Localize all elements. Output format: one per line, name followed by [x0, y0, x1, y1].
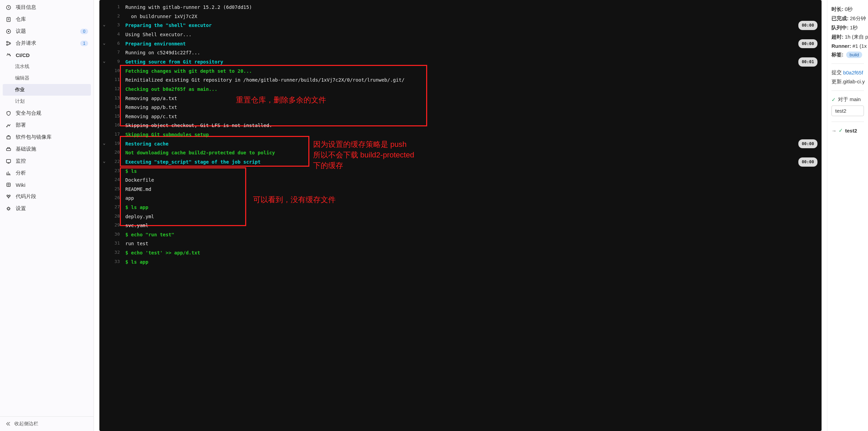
log-line: 24Dockerfile [99, 176, 822, 185]
pipeline-job-row[interactable]: →✓test2 [831, 127, 864, 134]
tags-row: 标签:build [831, 52, 864, 58]
log-text: $ ls [125, 167, 822, 176]
svg-rect-1 [7, 17, 10, 22]
line-number: 33 [109, 258, 120, 266]
section-duration: 00:00 [798, 39, 817, 48]
log-line: ⌄22Executing "step_script" stage of the … [99, 157, 822, 167]
nav-label: 安全与合规 [16, 110, 88, 116]
nav-icon [5, 16, 12, 23]
runner-row: Runner:#1 (1x [831, 43, 864, 49]
sidebar-item-1[interactable]: 仓库 [0, 13, 94, 25]
collapse-toggle[interactable]: ⌄ [99, 157, 109, 165]
log-text: Using Shell executor... [125, 30, 822, 39]
divider [831, 64, 864, 64]
line-number: 9 [109, 57, 120, 66]
line-number: 2 [109, 12, 120, 20]
sidebar-item-17[interactable]: 设置 [0, 203, 94, 214]
log-text: Removing app/a.txt [125, 94, 822, 103]
main-content: 重置仓库，删除多余的文件 因为设置的缓存策略是 push 所以不会下载 buil… [94, 0, 868, 431]
queued-row: 队列中:1秒 [831, 25, 864, 31]
collapse-toggle[interactable]: ⌄ [99, 21, 109, 29]
section-duration: 00:00 [798, 157, 817, 167]
log-line: 14Removing app/b.txt [99, 103, 822, 112]
log-line: 33$ ls app [99, 258, 822, 267]
nav-icon [5, 134, 12, 140]
sidebar-item-0[interactable]: 项目信息 [0, 1, 94, 13]
section-duration: 00:00 [798, 21, 817, 30]
nav-icon [5, 194, 12, 200]
sidebar-item-8[interactable]: 计划 [0, 96, 94, 107]
log-text: app [125, 194, 822, 203]
divider [831, 91, 864, 91]
sidebar-item-13[interactable]: 监控 [0, 155, 94, 167]
job-log[interactable]: 重置仓库，删除多余的文件 因为设置的缓存策略是 push 所以不会下载 buil… [99, 0, 822, 431]
sidebar-item-16[interactable]: 代码片段 [0, 191, 94, 203]
job-name-box[interactable]: test2 [831, 106, 864, 116]
nav-icon [5, 4, 12, 11]
log-text: Removing app/b.txt [125, 103, 822, 112]
line-number: 7 [109, 48, 120, 57]
sidebar-item-3[interactable]: 合并请求1 [0, 37, 94, 49]
sidebar-item-4[interactable]: CI/CD [0, 49, 94, 61]
nav-label: 编辑器 [15, 75, 88, 81]
log-text: $ echo "run test" [125, 230, 822, 239]
log-text: Not downloading cache build2-protected d… [125, 148, 822, 157]
log-line: 12Checking out b0a2f65f as main... [99, 85, 822, 94]
nav-label: 软件包与镜像库 [16, 134, 88, 140]
log-text: Preparing the "shell" executor [125, 21, 798, 30]
sidebar-item-14[interactable]: 分析 [0, 167, 94, 179]
sidebar-item-2[interactable]: 议题0 [0, 25, 94, 37]
collapse-sidebar-button[interactable]: 收起侧边栏 [0, 416, 94, 431]
line-number: 4 [109, 30, 120, 39]
sidebar-item-9[interactable]: 安全与合规 [0, 107, 94, 119]
line-number: 3 [109, 21, 120, 29]
collapse-toggle[interactable]: ⌄ [99, 57, 109, 65]
log-line: ⌄9Getting source from Git repository00:0… [99, 57, 822, 67]
line-number: 29 [109, 221, 120, 230]
nav-list: 项目信息仓库议题0合并请求1CI/CD流水线编辑器作业计划安全与合规部署软件包与… [0, 0, 94, 416]
nav-label: 流水线 [15, 64, 88, 70]
svg-rect-11 [6, 159, 11, 163]
log-line: 27$ ls app [99, 203, 822, 212]
sidebar-item-5[interactable]: 流水线 [0, 61, 94, 72]
tag-badge[interactable]: build [846, 52, 862, 58]
svg-point-3 [8, 31, 9, 32]
line-number: 23 [109, 167, 120, 175]
log-text: Removing app/c.txt [125, 112, 822, 121]
line-number: 14 [109, 103, 120, 111]
line-number: 11 [109, 75, 120, 84]
branch-row: ✓对于 main [831, 96, 864, 103]
line-number: 25 [109, 185, 120, 193]
line-number: 32 [109, 248, 120, 257]
log-line: 15Removing app/c.txt [99, 112, 822, 121]
sidebar-item-15[interactable]: Wiki [0, 179, 94, 191]
collapse-toggle[interactable]: ⌄ [99, 139, 109, 147]
svg-point-4 [6, 41, 8, 43]
nav-label: Wiki [16, 182, 88, 188]
log-line: 4Using Shell executor... [99, 30, 822, 39]
log-line: 20Not downloading cache build2-protected… [99, 148, 822, 157]
commit-link[interactable]: b0a2f65f [843, 70, 863, 75]
nav-label: 作业 [15, 87, 85, 93]
sidebar-item-12[interactable]: 基础设施 [0, 143, 94, 155]
log-text: Skipping Git submodules setup [125, 130, 822, 139]
log-line: 30$ echo "run test" [99, 230, 822, 239]
collapse-toggle[interactable]: ⌄ [99, 39, 109, 47]
sidebar-item-7[interactable]: 作业 [3, 84, 91, 96]
log-text: Running on c5249d1c22f7... [125, 48, 822, 57]
section-duration: 00:01 [798, 57, 817, 67]
log-text: Getting source from Git repository [125, 57, 798, 67]
sidebar-item-6[interactable]: 编辑器 [0, 72, 94, 84]
duration-row: 时长:0秒 [831, 6, 864, 13]
nav-label: 设置 [16, 205, 88, 212]
log-text: on buildrunner 1xVj7c2X [125, 12, 822, 21]
log-text: Restoring cache [125, 139, 798, 149]
sidebar-item-10[interactable]: 部署 [0, 119, 94, 131]
line-number: 28 [109, 212, 120, 221]
log-line: 31run test [99, 239, 822, 248]
log-line: 7Running on c5249d1c22f7... [99, 48, 822, 57]
line-number: 16 [109, 121, 120, 129]
sidebar-item-11[interactable]: 软件包与镜像库 [0, 131, 94, 143]
line-number: 30 [109, 230, 120, 239]
log-line: 1Running with gitlab-runner 15.2.2 (6d07… [99, 3, 822, 12]
